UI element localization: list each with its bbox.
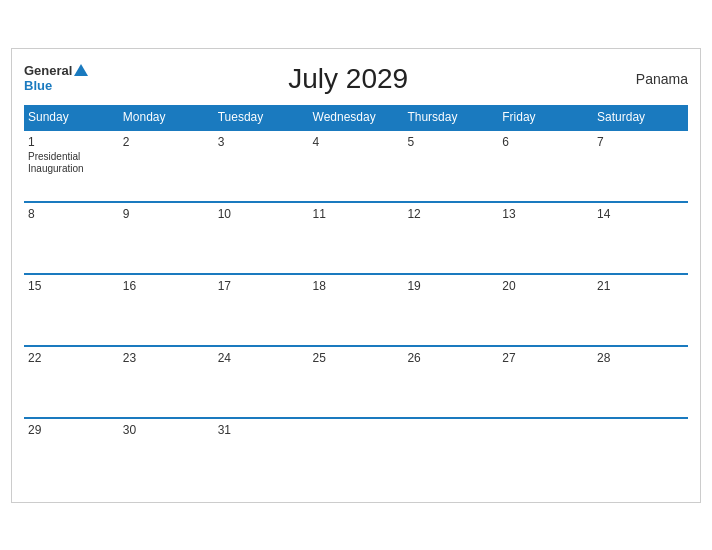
day-cell: 23 xyxy=(119,346,214,418)
day-cell: 20 xyxy=(498,274,593,346)
day-cell: 3 xyxy=(214,130,309,202)
col-header-thursday: Thursday xyxy=(403,105,498,130)
col-header-wednesday: Wednesday xyxy=(309,105,404,130)
col-header-friday: Friday xyxy=(498,105,593,130)
day-cell: 24 xyxy=(214,346,309,418)
day-cell: 13 xyxy=(498,202,593,274)
day-cell: 5 xyxy=(403,130,498,202)
day-cell: 27 xyxy=(498,346,593,418)
day-cell: 16 xyxy=(119,274,214,346)
day-number: 30 xyxy=(123,423,210,437)
day-number: 2 xyxy=(123,135,210,149)
day-number: 18 xyxy=(313,279,400,293)
day-event: Presidential Inauguration xyxy=(28,151,115,175)
calendar-table: SundayMondayTuesdayWednesdayThursdayFrid… xyxy=(24,105,688,490)
day-cell: 8 xyxy=(24,202,119,274)
day-number: 8 xyxy=(28,207,115,221)
day-cell xyxy=(403,418,498,490)
day-number: 11 xyxy=(313,207,400,221)
day-number: 24 xyxy=(218,351,305,365)
day-cell: 4 xyxy=(309,130,404,202)
day-number: 19 xyxy=(407,279,494,293)
calendar-header: General Blue July 2029 Panama xyxy=(24,59,688,99)
logo-triangle-icon xyxy=(74,64,88,76)
day-number: 28 xyxy=(597,351,684,365)
col-header-tuesday: Tuesday xyxy=(214,105,309,130)
calendar-country: Panama xyxy=(608,71,688,87)
week-row-3: 15161718192021 xyxy=(24,274,688,346)
day-cell xyxy=(498,418,593,490)
calendar-container: General Blue July 2029 Panama SundayMond… xyxy=(11,48,701,503)
day-number: 22 xyxy=(28,351,115,365)
week-row-5: 293031 xyxy=(24,418,688,490)
logo-blue-text: Blue xyxy=(24,79,88,93)
day-cell xyxy=(309,418,404,490)
day-number: 3 xyxy=(218,135,305,149)
day-number: 20 xyxy=(502,279,589,293)
day-number: 13 xyxy=(502,207,589,221)
day-number: 14 xyxy=(597,207,684,221)
day-number: 21 xyxy=(597,279,684,293)
calendar-title: July 2029 xyxy=(88,63,608,95)
day-cell: 30 xyxy=(119,418,214,490)
day-number: 23 xyxy=(123,351,210,365)
day-cell: 26 xyxy=(403,346,498,418)
day-number: 16 xyxy=(123,279,210,293)
day-number: 4 xyxy=(313,135,400,149)
day-number: 1 xyxy=(28,135,115,149)
day-cell: 10 xyxy=(214,202,309,274)
calendar-header-row: SundayMondayTuesdayWednesdayThursdayFrid… xyxy=(24,105,688,130)
col-header-monday: Monday xyxy=(119,105,214,130)
logo: General Blue xyxy=(24,64,88,93)
day-cell: 29 xyxy=(24,418,119,490)
day-cell: 21 xyxy=(593,274,688,346)
day-number: 27 xyxy=(502,351,589,365)
day-number: 15 xyxy=(28,279,115,293)
day-cell: 25 xyxy=(309,346,404,418)
day-number: 25 xyxy=(313,351,400,365)
day-cell: 2 xyxy=(119,130,214,202)
day-number: 17 xyxy=(218,279,305,293)
day-number: 6 xyxy=(502,135,589,149)
day-cell: 22 xyxy=(24,346,119,418)
day-number: 31 xyxy=(218,423,305,437)
day-number: 29 xyxy=(28,423,115,437)
day-cell: 19 xyxy=(403,274,498,346)
day-number: 26 xyxy=(407,351,494,365)
day-number: 12 xyxy=(407,207,494,221)
day-number: 9 xyxy=(123,207,210,221)
day-number: 5 xyxy=(407,135,494,149)
day-cell: 28 xyxy=(593,346,688,418)
week-row-4: 22232425262728 xyxy=(24,346,688,418)
col-header-sunday: Sunday xyxy=(24,105,119,130)
day-cell: 1Presidential Inauguration xyxy=(24,130,119,202)
day-cell: 18 xyxy=(309,274,404,346)
day-cell: 14 xyxy=(593,202,688,274)
day-cell: 17 xyxy=(214,274,309,346)
day-cell: 31 xyxy=(214,418,309,490)
day-cell: 11 xyxy=(309,202,404,274)
week-row-1: 1Presidential Inauguration234567 xyxy=(24,130,688,202)
day-cell: 12 xyxy=(403,202,498,274)
week-row-2: 891011121314 xyxy=(24,202,688,274)
logo-general-text: General xyxy=(24,64,72,78)
day-cell: 7 xyxy=(593,130,688,202)
day-cell: 15 xyxy=(24,274,119,346)
day-number: 10 xyxy=(218,207,305,221)
day-cell xyxy=(593,418,688,490)
day-cell: 6 xyxy=(498,130,593,202)
day-number: 7 xyxy=(597,135,684,149)
col-header-saturday: Saturday xyxy=(593,105,688,130)
day-cell: 9 xyxy=(119,202,214,274)
